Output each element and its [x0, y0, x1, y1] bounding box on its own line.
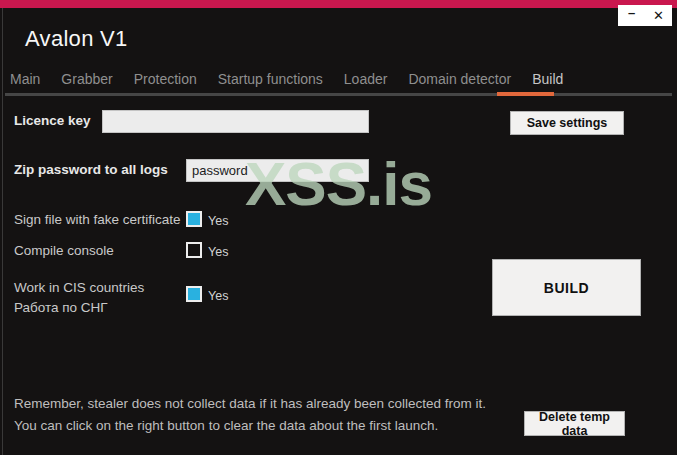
work-cis-countries-checkbox[interactable]: [186, 286, 202, 302]
close-button[interactable]: ✕: [647, 5, 671, 26]
tab-build[interactable]: Build: [532, 71, 563, 87]
tab-domain-detector[interactable]: Domain detector: [408, 71, 511, 87]
tab-main[interactable]: Main: [10, 71, 40, 87]
app-window: – ✕ Avalon V1 Main Grabber Protection St…: [0, 0, 677, 455]
window-controls: – ✕: [618, 5, 672, 26]
active-tab-underline: [497, 92, 554, 96]
tab-divider: [5, 93, 672, 96]
compile-console-checkbox[interactable]: [186, 242, 202, 258]
sign-fake-certificate-yes-label: Yes: [208, 214, 228, 228]
tab-bar: Main Grabber Protection Startup function…: [10, 71, 563, 87]
work-cis-countries-yes-label: Yes: [208, 289, 228, 303]
window-left-border: [2, 8, 3, 455]
zip-password-input[interactable]: [186, 159, 369, 182]
footer-note-line1: Remember, stealer does not collect data …: [14, 396, 486, 411]
titlebar-accent-strip: [0, 0, 677, 8]
save-settings-button[interactable]: Save settings: [510, 111, 624, 135]
minimize-button[interactable]: –: [620, 5, 644, 26]
licence-key-label: Licence key: [14, 113, 91, 128]
licence-key-input[interactable]: [102, 110, 369, 133]
tab-startup-functions[interactable]: Startup functions: [218, 71, 323, 87]
build-button[interactable]: BUILD: [492, 259, 641, 316]
tab-protection[interactable]: Protection: [134, 71, 197, 87]
tab-loader[interactable]: Loader: [344, 71, 388, 87]
delete-temp-data-button[interactable]: Delete temp data: [524, 411, 625, 436]
zip-password-label: Zip password to all logs: [14, 162, 168, 177]
sign-fake-certificate-checkbox[interactable]: [186, 211, 202, 227]
work-cis-countries-label: Work in CIS countries: [14, 280, 144, 295]
compile-console-yes-label: Yes: [208, 245, 228, 259]
footer-note-line2: You can click on the right button to cle…: [14, 418, 438, 433]
tab-grabber[interactable]: Grabber: [61, 71, 112, 87]
page-title: Avalon V1: [25, 26, 128, 52]
sign-fake-certificate-label: Sign file with fake certificate: [14, 212, 181, 227]
compile-console-label: Compile console: [14, 243, 114, 258]
work-cis-countries-label-ru: Работа по СНГ: [14, 300, 108, 315]
